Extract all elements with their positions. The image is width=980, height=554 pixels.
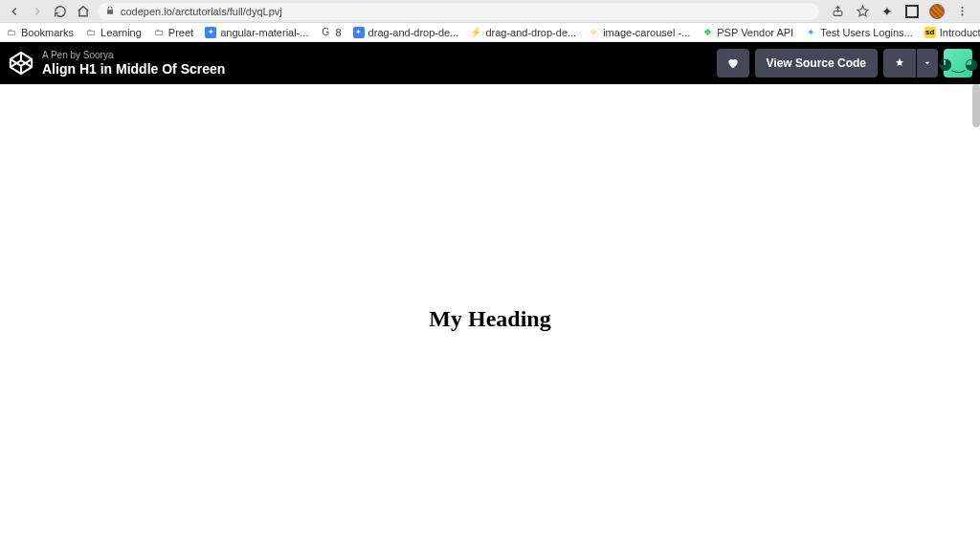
view-source-button[interactable]: View Source Code [755, 49, 878, 78]
folder-icon: 🗀 [85, 27, 97, 38]
svg-point-3 [961, 13, 963, 15]
folder-icon: 🗀 [153, 27, 165, 38]
bookmark-item[interactable]: ✦angular-material-... [205, 27, 308, 38]
bookmark-label: Preet [168, 27, 193, 38]
bookmark-item[interactable]: G8 [320, 27, 341, 38]
profile-avatar[interactable] [928, 3, 946, 20]
extensions-icon[interactable]: ✦ [879, 3, 896, 20]
bookmark-item[interactable]: 🗀Bookmarks [6, 27, 74, 38]
browser-toolbar: codepen.io/arctutorials/full/dyqLpvj ✦ [0, 0, 980, 23]
pin-dropdown[interactable] [917, 49, 938, 78]
vertical-scrollbar[interactable] [972, 84, 980, 127]
bookmarks-bar: 🗀Bookmarks 🗀Learning 🗀Preet ✦angular-mat… [0, 23, 980, 42]
bookmark-label: Introduction [940, 27, 980, 38]
bookmark-label: Learning [100, 27, 142, 38]
svg-point-2 [961, 10, 963, 11]
bookmark-item[interactable]: ✧image-carousel -... [588, 27, 690, 38]
bookmark-label: drag-and-drop-de... [485, 27, 576, 38]
google-icon: G [320, 27, 331, 38]
user-avatar[interactable]: ◕‿◕ [944, 49, 972, 78]
doc-icon: sd [924, 27, 936, 38]
pen-title: Align H1 in Middle Of Screen [42, 61, 225, 78]
bookmark-label: Bookmarks [21, 27, 74, 38]
header-actions: View Source Code ◕‿◕ [717, 49, 972, 78]
menu-icon[interactable] [953, 3, 970, 20]
bookmark-label: angular-material-... [220, 27, 308, 38]
url-text: codepen.io/arctutorials/full/dyqLpvj [121, 6, 282, 17]
browser-right-icons: ✦ [825, 3, 974, 20]
bookmark-item[interactable]: ⚡drag-and-drop-de... [470, 27, 576, 38]
address-bar[interactable]: codepen.io/arctutorials/full/dyqLpvj [98, 3, 819, 20]
codepen-logo-icon[interactable] [8, 50, 34, 77]
share-icon[interactable] [829, 3, 846, 20]
pin-split-button [883, 49, 938, 78]
forward-button[interactable] [29, 3, 46, 20]
back-button[interactable] [6, 3, 23, 20]
bookmark-item[interactable]: 🗀Learning [85, 27, 142, 38]
page-heading: My Heading [429, 306, 550, 332]
bolt-icon: ✦ [205, 27, 216, 38]
bookmark-label: Test Users Logins... [820, 27, 913, 38]
confluence-icon: ✶ [805, 27, 816, 38]
pen-meta: A Pen by Soorya Align H1 in Middle Of Sc… [42, 50, 225, 78]
bookmark-item[interactable]: ❖PSP Vendor API [702, 27, 793, 38]
bookmark-label: PSP Vendor API [717, 27, 793, 38]
bolt-icon: ⚡ [470, 27, 481, 38]
codepen-header: A Pen by Soorya Align H1 in Middle Of Sc… [0, 42, 980, 84]
bookmark-label: 8 [335, 27, 341, 38]
pin-button[interactable] [883, 49, 916, 78]
sparkle-icon: ✧ [588, 27, 599, 38]
bookmark-label: image-carousel -... [603, 27, 690, 38]
folder-icon: 🗀 [6, 27, 17, 38]
bookmark-item[interactable]: 🗀Preet [153, 27, 193, 38]
bookmark-item[interactable]: sdIntroduction [924, 27, 980, 38]
home-button[interactable] [75, 3, 92, 20]
lock-icon [105, 6, 115, 17]
star-icon[interactable] [854, 3, 871, 20]
bolt-icon: ✦ [353, 27, 365, 38]
bookmark-item[interactable]: ✶Test Users Logins... [805, 27, 913, 38]
svg-point-1 [961, 7, 963, 9]
pen-author[interactable]: A Pen by Soorya [42, 50, 225, 61]
pen-content: My Heading [0, 84, 980, 554]
leaf-icon: ❖ [702, 27, 713, 38]
bookmark-label: drag-and-drop-de... [368, 27, 459, 38]
reload-button[interactable] [52, 3, 69, 20]
bookmark-item[interactable]: ✦drag-and-drop-de... [353, 27, 459, 38]
panel-icon[interactable] [903, 3, 921, 20]
love-button[interactable] [717, 49, 749, 78]
